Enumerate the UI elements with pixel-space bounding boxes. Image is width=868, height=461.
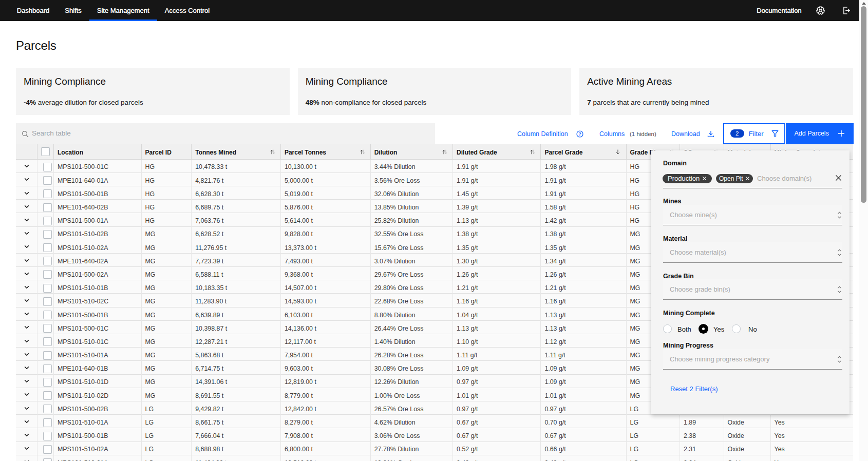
svg-text:?: ?	[578, 131, 581, 137]
